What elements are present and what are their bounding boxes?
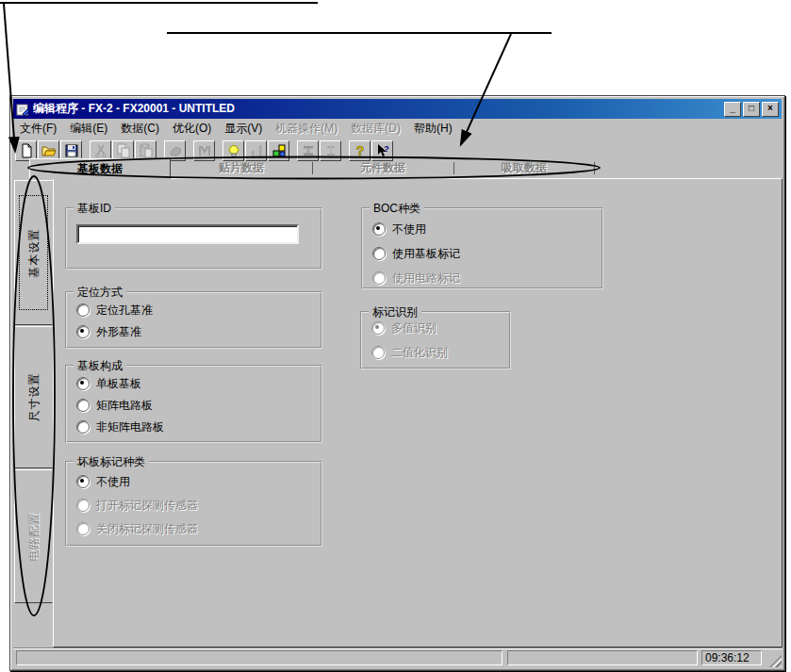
status-clock-panel: 09:36:12 xyxy=(701,650,762,665)
side-tab-basic-settings[interactable]: 基本设置 xyxy=(14,180,53,325)
statistics-icon xyxy=(249,143,264,158)
menu-machine-operation: 机器操作(M) xyxy=(269,119,344,139)
radio-close-mark-sensor: 关闭标记探测传感器 xyxy=(76,521,198,536)
window-title: 编辑程序 - FX-2 - FX20001 - UNTITLED xyxy=(33,101,235,117)
maximize-button[interactable]: □ xyxy=(743,102,760,117)
side-tab-label: 基本设置 xyxy=(25,228,41,277)
copy-icon xyxy=(116,143,131,158)
radio-label: 矩阵电路板 xyxy=(96,398,153,414)
radio-label: 使用基板标记 xyxy=(392,246,460,262)
radio-label: 单板基板 xyxy=(96,376,141,392)
resize-grip-icon[interactable] xyxy=(769,655,782,667)
tab-placement-data: 贴片数据 xyxy=(171,158,312,179)
side-tab-circuit-config: 电路配置 xyxy=(14,469,53,603)
binoculars-icon xyxy=(197,143,212,158)
app-window: 编辑程序 - FX-2 - FX20001 - UNTITLED _ □ × 文… xyxy=(9,95,785,671)
radio-use-board-mark[interactable]: 使用基板标记 xyxy=(372,246,460,261)
positioning-group-label: 定位方式 xyxy=(74,285,126,301)
radio-icon xyxy=(372,247,386,260)
side-tab-label: 尺寸设置 xyxy=(25,373,41,422)
radio-icon xyxy=(76,377,90,390)
radio-label: 外形基准 xyxy=(96,324,141,340)
window-controls: _ □ × xyxy=(724,102,779,117)
tab-component-data: 元件数据 xyxy=(312,158,453,179)
save-icon xyxy=(64,143,79,158)
radio-icon xyxy=(76,303,90,317)
radio-label: 定位孔基准 xyxy=(96,303,153,319)
menu-bar: 文件(F) 编辑(E) 数据(C) 优化(O) 显示(V) 机器操作(M) 数据… xyxy=(13,119,782,138)
radio-label: 不使用 xyxy=(96,474,130,490)
radio-label: 不使用 xyxy=(392,221,426,238)
board-id-input[interactable] xyxy=(76,224,299,244)
app-icon xyxy=(16,103,29,116)
status-info-panel xyxy=(507,650,698,665)
radio-use-circuit-mark: 使用电路标记 xyxy=(372,270,460,286)
beam-tool-icon xyxy=(301,143,316,158)
page-tab-strip: 基板数据 贴片数据 元件数据 吸取数据 xyxy=(29,158,595,179)
radio-hole-reference[interactable]: 定位孔基准 xyxy=(76,303,153,318)
menu-edit[interactable]: 编辑(E) xyxy=(63,119,114,139)
radio-matrix-board[interactable]: 矩阵电路板 xyxy=(76,398,153,413)
radio-label: 打开标记探测传感器 xyxy=(96,498,198,514)
mark-recognition-group-label: 标记识别 xyxy=(369,304,421,320)
radio-icon xyxy=(76,499,90,512)
download-icon xyxy=(168,143,183,158)
radio-open-mark-sensor: 打开标记探测传感器 xyxy=(76,498,198,513)
tab-board-data[interactable]: 基板数据 xyxy=(29,158,171,179)
svg-text:?: ? xyxy=(384,144,389,154)
lightbulb-icon xyxy=(226,143,241,158)
menu-data[interactable]: 数据(C) xyxy=(114,119,166,139)
status-bar: 09:36:12 xyxy=(13,648,782,667)
help-icon: ? xyxy=(353,143,368,158)
context-help-icon: ? xyxy=(375,143,390,158)
close-button[interactable]: × xyxy=(762,102,779,117)
paste-icon xyxy=(139,143,154,158)
radio-icon xyxy=(371,346,385,359)
board-id-group: 基板ID xyxy=(65,207,322,270)
screenshot-root: { "colors": { "chrome": "#c0c0c0", "titl… xyxy=(0,0,791,672)
ibeam-tool-icon xyxy=(323,143,338,158)
open-folder-icon xyxy=(41,143,57,158)
radio-label: 关闭标记探测传感器 xyxy=(96,521,198,537)
menu-file[interactable]: 文件(F) xyxy=(13,119,63,139)
radio-label: 非矩阵电路板 xyxy=(96,419,164,435)
radio-icon xyxy=(372,222,386,236)
blocks-icon xyxy=(272,143,287,158)
radio-outline-reference[interactable]: 外形基准 xyxy=(76,324,141,339)
mark-recognition-group: 标记识别 多值识别 二值化识别 xyxy=(360,311,511,369)
radio-label: 多值识别 xyxy=(391,320,437,336)
radio-icon xyxy=(76,475,90,488)
radio-label: 使用电路标记 xyxy=(392,270,460,287)
side-tab-label: 电路配置 xyxy=(25,512,41,561)
title-bar[interactable]: 编辑程序 - FX-2 - FX20001 - UNTITLED _ □ × xyxy=(13,99,782,119)
board-structure-group: 基板构成 单板基板 矩阵电路板 非矩阵电路板 xyxy=(65,365,322,443)
radio-icon xyxy=(372,271,386,285)
svg-text:?: ? xyxy=(355,143,364,158)
cut-icon xyxy=(93,143,108,158)
boc-type-group: BOC种类 不使用 使用基板标记 使用电路标记 xyxy=(361,207,603,289)
radio-binary-recognition: 二值化识别 xyxy=(371,345,448,360)
radio-bad-mark-not-used[interactable]: 不使用 xyxy=(76,474,130,489)
radio-icon xyxy=(76,325,90,338)
menu-help[interactable]: 帮助(H) xyxy=(407,119,459,139)
menu-optimize[interactable]: 优化(O) xyxy=(166,119,218,139)
bad-mark-group-label: 坏板标记种类 xyxy=(74,454,149,470)
board-structure-group-label: 基板构成 xyxy=(74,358,126,374)
radio-boc-not-used[interactable]: 不使用 xyxy=(372,221,426,237)
radio-icon xyxy=(76,522,90,535)
minimize-button[interactable]: _ xyxy=(724,102,741,117)
tab-pickup-data: 吸取数据 xyxy=(453,158,595,179)
radio-multi-value-recognition: 多值识别 xyxy=(371,320,437,336)
radio-icon xyxy=(76,399,90,412)
radio-label: 二值化识别 xyxy=(391,345,448,361)
positioning-group: 定位方式 定位孔基准 外形基准 xyxy=(65,291,322,349)
radio-non-matrix-board[interactable]: 非矩阵电路板 xyxy=(76,419,164,434)
boc-type-group-label: BOC种类 xyxy=(370,201,424,217)
radio-icon xyxy=(371,321,385,335)
menu-view[interactable]: 显示(V) xyxy=(218,119,269,139)
board-id-group-label: 基板ID xyxy=(74,201,115,217)
side-tab-size-settings[interactable]: 尺寸设置 xyxy=(14,326,53,468)
radio-single-board[interactable]: 单板基板 xyxy=(76,376,141,391)
status-message-panel xyxy=(16,650,503,665)
radio-icon xyxy=(76,420,90,434)
